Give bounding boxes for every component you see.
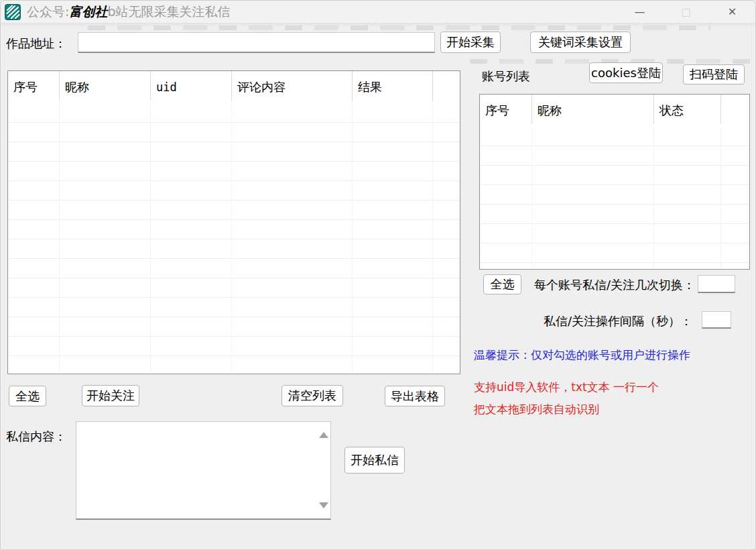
column-header[interactable]: 评论内容: [232, 71, 353, 103]
table-row[interactable]: [8, 103, 460, 123]
scroll-down-icon[interactable]: [319, 502, 328, 508]
table-row[interactable]: [8, 181, 460, 201]
table-cell: [353, 239, 433, 258]
table-cell: [151, 142, 232, 161]
table-cell: [480, 205, 532, 223]
table-cell-filler: [721, 224, 749, 243]
table-cell: [532, 166, 654, 184]
dm-content-input[interactable]: [76, 422, 317, 518]
table-cell-filler: [433, 201, 460, 219]
select-all-accounts-button[interactable]: 全选: [483, 274, 521, 294]
table-body: [8, 103, 460, 374]
table-cell: [151, 259, 232, 278]
table-cell-filler: [433, 317, 460, 336]
column-header[interactable]: 状态: [654, 95, 721, 127]
table-cell: [151, 220, 232, 239]
table-cell: [353, 162, 433, 180]
table-cell: [654, 146, 721, 165]
table-row[interactable]: [8, 162, 460, 181]
dm-scrollbar[interactable]: [318, 423, 330, 518]
start-collect-button[interactable]: 开始采集: [440, 32, 501, 53]
table-cell: [232, 181, 353, 200]
table-row[interactable]: [480, 224, 749, 243]
export-table-button[interactable]: 导出表格: [385, 386, 445, 406]
table-cell: [151, 278, 232, 297]
table-cell: [353, 201, 433, 219]
table-cell: [60, 123, 151, 142]
table-row[interactable]: [480, 127, 749, 146]
table-cell: [232, 162, 353, 180]
table-cell: [151, 103, 232, 122]
table-cell: [353, 220, 433, 239]
table-cell: [654, 166, 721, 184]
table-cell-filler: [433, 123, 460, 142]
qr-login-button[interactable]: 扫码登陆: [683, 64, 745, 85]
table-row[interactable]: [480, 205, 749, 224]
table-cell-filler: [433, 181, 460, 200]
table-cell: [60, 298, 151, 317]
table-cell: [8, 142, 60, 161]
column-header[interactable]: uid: [151, 71, 232, 103]
table-cell: [353, 259, 433, 278]
table-cell: [60, 201, 151, 219]
table-row[interactable]: [480, 185, 749, 205]
table-cell: [232, 259, 353, 278]
table-row[interactable]: [480, 263, 749, 270]
clear-list-button[interactable]: 清空列表: [281, 385, 343, 406]
table-row[interactable]: [8, 278, 460, 298]
table-cell-filler: [721, 146, 749, 165]
table-row[interactable]: [8, 337, 460, 356]
table-row[interactable]: [8, 239, 460, 259]
table-cell: [151, 201, 232, 219]
table-row[interactable]: [8, 298, 460, 317]
column-header[interactable]: 昵称: [532, 95, 654, 127]
table-row[interactable]: [8, 259, 460, 278]
table-cell-filler: [721, 243, 749, 262]
cookies-login-button[interactable]: cookies登陆: [589, 62, 663, 83]
column-header[interactable]: 序号: [480, 95, 532, 127]
table-row[interactable]: [8, 201, 460, 220]
table-cell: [532, 185, 654, 204]
table-cell: [480, 224, 532, 243]
start-dm-button[interactable]: 开始私信: [344, 447, 405, 474]
minimize-button[interactable]: —: [617, 1, 663, 23]
table-cell: [60, 337, 151, 355]
keyword-collect-settings-button[interactable]: 关键词采集设置: [530, 32, 631, 53]
table-row[interactable]: [8, 142, 460, 162]
table-cell: [232, 317, 353, 336]
brand-name: 富创社: [69, 4, 107, 19]
interval-seconds-input[interactable]: [702, 311, 731, 329]
interval-seconds-label: 私信/关注操作间隔（秒）：: [544, 313, 692, 329]
scroll-up-icon[interactable]: [319, 432, 328, 438]
table-row[interactable]: [8, 220, 460, 239]
switch-count-input[interactable]: [698, 275, 735, 293]
select-all-comments-button[interactable]: 全选: [9, 386, 46, 406]
table-row[interactable]: [8, 356, 460, 374]
table-cell: [8, 103, 60, 122]
table-cell: [60, 259, 151, 278]
table-row[interactable]: [8, 123, 460, 142]
table-cell: [232, 103, 353, 122]
work-url-input[interactable]: [78, 32, 435, 53]
window-title: 公众号:富创社b站无限采集关注私信: [27, 3, 230, 21]
table-cell: [8, 298, 60, 317]
close-button[interactable]: ✕: [709, 1, 755, 23]
table-row[interactable]: [8, 317, 460, 337]
dm-content-label: 私信内容：: [6, 429, 66, 445]
table-cell-filler: [721, 166, 749, 184]
column-header[interactable]: 序号: [8, 71, 60, 103]
start-follow-button[interactable]: 开始关注: [82, 385, 139, 406]
table-row[interactable]: [480, 166, 749, 185]
maximize-button[interactable]: □: [663, 1, 709, 23]
table-cell: [232, 337, 353, 355]
column-header[interactable]: 昵称: [60, 71, 151, 103]
table-cell: [532, 243, 654, 262]
table-cell: [60, 220, 151, 239]
table-cell: [353, 278, 433, 297]
table-row[interactable]: [480, 146, 749, 166]
table-cell: [8, 181, 60, 200]
comments-table: 序号昵称uid评论内容结果: [7, 70, 460, 374]
table-cell-filler: [721, 263, 749, 270]
table-row[interactable]: [480, 243, 749, 263]
column-header[interactable]: 结果: [353, 71, 433, 103]
